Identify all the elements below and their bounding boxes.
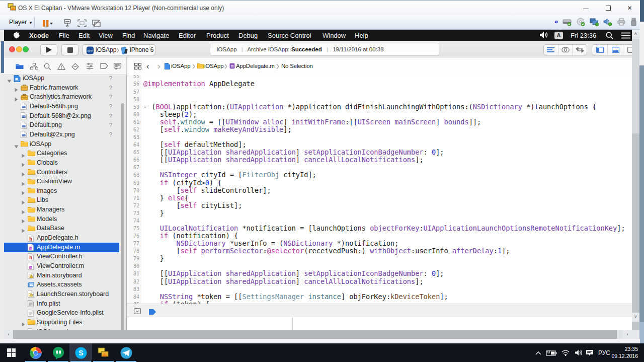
test-navigator-icon[interactable] — [71, 63, 79, 70]
tree-row-categories[interactable]: Categories — [4, 149, 119, 158]
menubar-clock[interactable]: Fri 23:36 — [571, 30, 596, 41]
disclosure-closed-icon[interactable] — [21, 216, 26, 222]
search-navigator-icon[interactable] — [44, 63, 51, 70]
tray-chevron-icon[interactable] — [532, 343, 544, 362]
tree-row-assets-xcassets[interactable]: Assets.xcassets — [4, 280, 119, 289]
tree-row-appdelegate-m[interactable]: mAppDelegate.m — [4, 243, 119, 252]
jumpbar-forward-button[interactable]: › — [157, 57, 160, 75]
menu-editor[interactable]: Editor — [179, 30, 196, 41]
battery-icon[interactable] — [544, 343, 558, 362]
send-ctrl-alt-del-icon[interactable] — [63, 19, 72, 27]
breakpoints-enabled-icon[interactable] — [149, 308, 156, 317]
run-button[interactable] — [40, 44, 57, 55]
tree-row-appdelegate-h[interactable]: hAppDelegate.h — [4, 233, 119, 243]
tree-row-customview[interactable]: CustomView — [4, 177, 119, 186]
tree-row-main-storyboard[interactable]: Main.storyboard — [4, 271, 119, 280]
menu-navigate[interactable]: Navigate — [143, 30, 169, 41]
input-source-menu[interactable]: A — [554, 32, 563, 39]
scroll-right-arrow[interactable]: › — [623, 330, 632, 339]
tree-row-viewcontroller-h[interactable]: hViewController.h — [4, 252, 119, 261]
scroll-left-arrow[interactable]: ‹ — [4, 330, 13, 339]
unity-icon[interactable] — [92, 19, 101, 27]
start-button[interactable] — [0, 343, 23, 362]
taskbar-hangouts[interactable] — [47, 343, 69, 362]
tree-row-info-plist[interactable]: Info.plist — [4, 299, 119, 309]
menu-window[interactable]: Window — [323, 30, 346, 41]
code-area[interactable]: @implementation AppDelegate- (BOOL)appli… — [143, 75, 632, 304]
tree-row-viewcontroller-m[interactable]: mViewController.m — [4, 261, 119, 271]
disclosure-closed-icon[interactable] — [21, 207, 26, 212]
tree-row-models[interactable]: Models — [4, 214, 119, 224]
standard-editor-button[interactable] — [544, 45, 558, 55]
jumpbar-back-button[interactable]: ‹ — [146, 57, 149, 75]
device-usb-icon[interactable] — [630, 18, 637, 26]
tree-row-images[interactable]: images — [4, 186, 119, 196]
menu-file[interactable]: File — [59, 30, 69, 41]
menu-debug[interactable]: Debug — [238, 30, 258, 41]
menu-edit[interactable]: Edit — [78, 30, 90, 41]
pause-icon[interactable] — [42, 20, 53, 28]
traffic-light-close[interactable] — [9, 46, 15, 52]
toggle-utilities-button[interactable] — [623, 45, 632, 55]
disclosure-closed-icon[interactable] — [21, 320, 26, 325]
issue-navigator-icon[interactable] — [57, 63, 65, 70]
vmware-horizontal-scrollbar[interactable]: ‹ › — [4, 330, 632, 339]
taskbar-clock[interactable]: 23:35 09.12.2016 — [611, 345, 638, 359]
menu-view[interactable]: View — [99, 30, 113, 41]
navigator-scrollbar[interactable] — [121, 103, 124, 330]
tree-row-crashlytics-framework[interactable]: Crashlytics.framework? — [4, 92, 119, 102]
close-button[interactable]: ✕ — [619, 1, 640, 16]
device-hard-disk-icon[interactable] — [562, 18, 572, 26]
tree-row-database[interactable]: DataBase — [4, 224, 119, 233]
menu-find[interactable]: Find — [122, 30, 135, 41]
disclosure-closed-icon[interactable] — [21, 170, 26, 175]
tree-row-launchscreen-storyboard[interactable]: LaunchScreen.storyboard — [4, 289, 119, 299]
taskbar-skype[interactable]: S — [69, 343, 92, 362]
tree-row-iosapp[interactable]: iOSApp? — [4, 75, 119, 83]
toolbar-overflow-icon[interactable]: » — [554, 18, 558, 25]
project-navigator-folder-icon[interactable] — [16, 63, 24, 69]
stop-button[interactable] — [61, 44, 78, 55]
disclosure-closed-icon[interactable] — [21, 179, 26, 184]
volume-menu-icon[interactable] — [540, 31, 549, 39]
assistant-editor-button[interactable] — [558, 45, 573, 55]
hide-debug-area-button[interactable] — [134, 307, 141, 316]
disclosure-closed-icon[interactable] — [21, 226, 26, 231]
search-icon[interactable] — [606, 32, 613, 39]
tree-row-iosapp[interactable]: iOSApp — [4, 139, 119, 149]
device-network-displays-icon[interactable] — [590, 18, 599, 26]
disclosure-closed-icon[interactable] — [21, 160, 26, 165]
maximize-button[interactable] — [597, 1, 619, 16]
jumpbar-segment[interactable]: AppDelegate.m — [236, 57, 275, 75]
fullscreen-icon[interactable] — [77, 19, 87, 27]
disclosure-closed-icon[interactable] — [14, 85, 19, 90]
breakpoint-navigator-icon[interactable] — [100, 63, 108, 69]
horizontal-scroll-thumb[interactable] — [13, 330, 617, 339]
vmware-vertical-scrollbar[interactable]: ˄ ˅ — [632, 30, 639, 330]
device-sound-icon[interactable] — [603, 18, 613, 26]
vertical-scroll-thumb[interactable] — [632, 39, 639, 133]
jumpbar-segment[interactable]: iOSApp — [204, 57, 223, 75]
menu-source-control[interactable]: Source Control — [268, 30, 311, 41]
tree-row-default-2x-png[interactable]: Default@2x.png? — [4, 130, 119, 139]
related-items-icon[interactable] — [134, 63, 141, 69]
version-editor-button[interactable] — [573, 45, 587, 55]
tree-row-libs[interactable]: Libs — [4, 195, 119, 205]
apple-menu-icon[interactable] — [14, 31, 20, 39]
notification-center-icon[interactable] — [621, 32, 630, 39]
scheme-selector[interactable]: APP iOSApp iPhone 6 — [83, 44, 155, 55]
wifi-icon[interactable] — [558, 343, 573, 362]
device-printer-icon[interactable] — [617, 18, 626, 26]
source-editor[interactable]: 5556575859606162636465666768697071727374… — [127, 75, 632, 304]
menu-product[interactable]: Product — [206, 30, 229, 41]
traffic-light-minimize[interactable] — [16, 46, 22, 52]
jumpbar-segment[interactable]: No Selection — [281, 57, 313, 75]
taskbar-vmware[interactable] — [92, 343, 115, 362]
tree-row-googleservice-info-plist[interactable]: GoogleService-Info.plist — [4, 308, 119, 318]
disclosure-open-icon[interactable] — [7, 76, 12, 81]
scroll-down-arrow[interactable]: ˅ — [632, 313, 639, 322]
console-divider[interactable] — [292, 317, 293, 330]
menu-help[interactable]: Help — [355, 30, 368, 41]
minimize-button[interactable]: — — [575, 1, 597, 16]
device-cd-rom-icon[interactable] — [576, 18, 586, 26]
